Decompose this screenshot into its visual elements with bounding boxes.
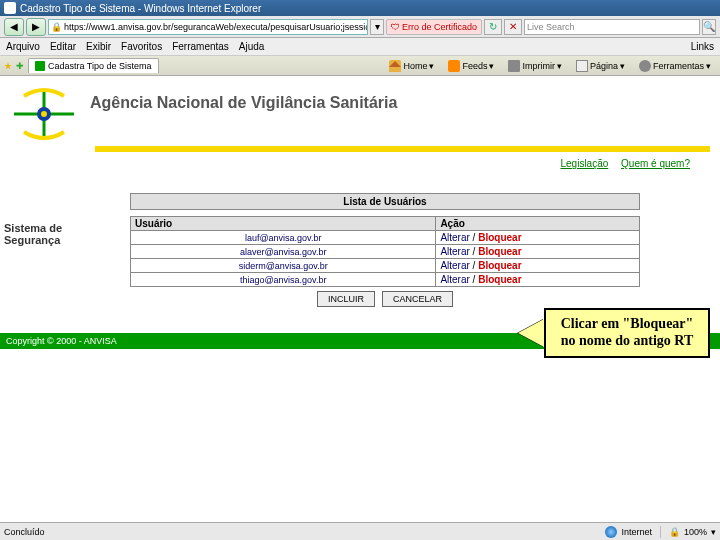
window-title: Cadastro Tipo de Sistema - Windows Inter…	[20, 3, 261, 14]
table-row: lauf@anvisa.gov.br Alterar / Bloquear	[131, 231, 640, 245]
sidebar-title: Sistema de Segurança	[4, 222, 86, 246]
menu-ferramentas[interactable]: Ferramentas	[172, 41, 229, 52]
list-title: Lista de Usuários	[130, 193, 640, 210]
action-block[interactable]: Bloquear	[478, 260, 521, 271]
action-alter[interactable]: Alterar	[440, 246, 469, 257]
svg-point-3	[41, 111, 47, 117]
gear-icon	[639, 60, 651, 72]
tab-bar: ★ ✚ Cadastra Tipo de Sistema Home ▾ Feed…	[0, 56, 720, 76]
tools-button[interactable]: Ferramentas ▾	[634, 58, 716, 74]
page-button[interactable]: Página ▾	[571, 58, 630, 74]
callout-arrow-icon	[518, 319, 544, 347]
separator	[660, 526, 661, 538]
address-toolbar: ◀ ▶ 🔒 https://www1.anvisa.gov.br/seguran…	[0, 16, 720, 38]
status-bar: Concluído Internet 🔒 100% ▾	[0, 522, 720, 540]
table-row: thiago@anvisa.gov.br Alterar / Bloquear	[131, 273, 640, 287]
tab-favicon-icon	[35, 61, 45, 71]
lock-icon: 🔒	[51, 22, 62, 32]
menu-favoritos[interactable]: Favoritos	[121, 41, 162, 52]
button-row: INCLUIR CANCELAR	[130, 291, 640, 307]
refresh-button[interactable]: ↻	[484, 19, 502, 35]
address-input[interactable]: 🔒 https://www1.anvisa.gov.br/segurancaWe…	[48, 19, 368, 35]
action-block[interactable]: Bloquear	[478, 232, 521, 243]
stop-button[interactable]: ✕	[504, 19, 522, 35]
browser-tab[interactable]: Cadastra Tipo de Sistema	[28, 58, 159, 73]
zoom-label: 100%	[684, 527, 707, 537]
home-button[interactable]: Home ▾	[384, 58, 439, 74]
action-alter[interactable]: Alterar	[440, 260, 469, 271]
anvisa-logo	[4, 84, 84, 144]
certificate-error-badge[interactable]: 🛡 Erro de Certificado	[386, 19, 482, 35]
globe-icon	[605, 526, 617, 538]
page-icon	[576, 60, 588, 72]
forward-button[interactable]: ▶	[26, 18, 46, 36]
user-email: alaver@anvisa.gov.br	[240, 247, 327, 257]
back-button[interactable]: ◀	[4, 18, 24, 36]
print-button[interactable]: Imprimir ▾	[503, 58, 567, 74]
cancelar-button[interactable]: CANCELAR	[382, 291, 453, 307]
page-header: Agência Nacional de Vigilância Sanitária	[0, 76, 720, 144]
top-links: Legislação Quem é quem?	[0, 152, 720, 173]
feeds-button[interactable]: Feeds ▾	[443, 58, 499, 74]
users-table: Usuário Ação lauf@anvisa.gov.br Alterar …	[130, 216, 640, 287]
header-user: Usuário	[131, 217, 436, 231]
search-input[interactable]: Live Search	[524, 19, 700, 35]
table-row: siderm@anvisa.gov.br Alterar / Bloquear	[131, 259, 640, 273]
menu-ajuda[interactable]: Ajuda	[239, 41, 265, 52]
action-block[interactable]: Bloquear	[478, 246, 521, 257]
feed-icon	[448, 60, 460, 72]
window-titlebar: Cadastro Tipo de Sistema - Windows Inter…	[0, 0, 720, 16]
menu-arquivo[interactable]: Arquivo	[6, 41, 40, 52]
address-url: https://www1.anvisa.gov.br/segurancaWeb/…	[64, 22, 368, 32]
favorites-star-icon[interactable]: ★	[4, 61, 12, 71]
user-email: siderm@anvisa.gov.br	[239, 261, 328, 271]
content-area: Lista de Usuários Usuário Ação lauf@anvi…	[130, 193, 640, 307]
search-dropdown[interactable]: 🔍	[702, 19, 716, 35]
instruction-callout: Clicar em "Bloquear" no nome do antigo R…	[518, 308, 710, 358]
add-favorite-icon[interactable]: ✚	[16, 61, 24, 71]
zone-label: Internet	[621, 527, 652, 537]
incluir-button[interactable]: INCLUIR	[317, 291, 375, 307]
action-alter[interactable]: Alterar	[440, 274, 469, 285]
user-email: lauf@anvisa.gov.br	[245, 233, 322, 243]
callout-text: Clicar em "Bloquear" no nome do antigo R…	[544, 308, 710, 358]
header-action: Ação	[436, 217, 640, 231]
shield-icon: 🛡	[391, 22, 400, 32]
agency-title: Agência Nacional de Vigilância Sanitária	[90, 94, 397, 112]
menu-bar: Arquivo Editar Exibir Favoritos Ferramen…	[0, 38, 720, 56]
table-row: alaver@anvisa.gov.br Alterar / Bloquear	[131, 245, 640, 259]
address-dropdown[interactable]: ▾	[370, 19, 384, 35]
link-legislacao[interactable]: Legislação	[560, 158, 608, 169]
ie-favicon-icon	[4, 2, 16, 14]
action-alter[interactable]: Alterar	[440, 232, 469, 243]
menu-links[interactable]: Links	[691, 41, 714, 52]
zoom-dropdown[interactable]: ▾	[711, 527, 716, 537]
user-email: thiago@anvisa.gov.br	[240, 275, 327, 285]
lock-icon: 🔒	[669, 527, 680, 537]
action-block[interactable]: Bloquear	[478, 274, 521, 285]
link-quem[interactable]: Quem é quem?	[621, 158, 690, 169]
menu-exibir[interactable]: Exibir	[86, 41, 111, 52]
home-icon	[389, 60, 401, 72]
print-icon	[508, 60, 520, 72]
status-text: Concluído	[4, 527, 45, 537]
menu-editar[interactable]: Editar	[50, 41, 76, 52]
page-body: Agência Nacional de Vigilância Sanitária…	[0, 76, 720, 349]
